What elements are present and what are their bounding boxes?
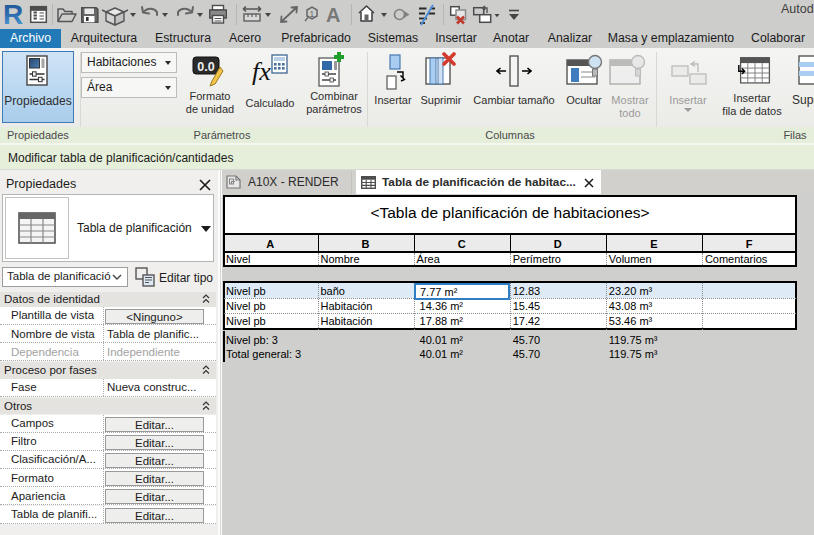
svg-text:R: R bbox=[3, 0, 23, 29]
svg-text:A: A bbox=[326, 4, 340, 26]
svg-text:1: 1 bbox=[310, 9, 315, 19]
svg-text:0.0: 0.0 bbox=[197, 60, 214, 74]
svg-text:fx: fx bbox=[252, 57, 271, 86]
